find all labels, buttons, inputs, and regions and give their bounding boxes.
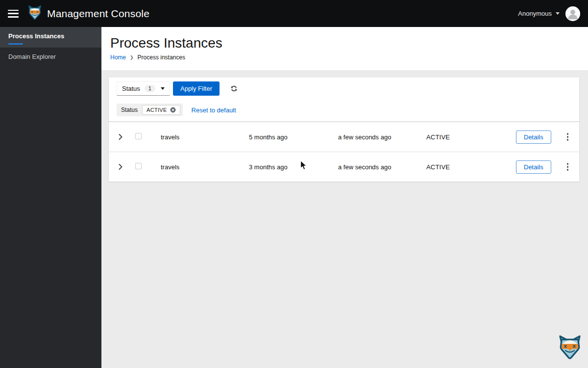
process-list-card: Status 1 Apply Filter Status (109, 78, 579, 182)
kebab-icon[interactable] (563, 161, 573, 173)
breadcrumb: Home ❯ Process instances (110, 54, 579, 61)
kogito-logo-icon (558, 335, 582, 364)
table-row: travels 5 months ago a few seconds ago A… (109, 122, 579, 152)
kebab-icon[interactable] (563, 131, 573, 143)
sidebar-item-process-instances[interactable]: Process Instances (0, 27, 101, 48)
process-name: travels (157, 163, 245, 171)
page-header: Process Instances Home ❯ Process instanc… (101, 27, 588, 70)
chevron-down-icon (161, 87, 165, 90)
details-button[interactable]: Details (516, 131, 551, 144)
sidebar-item-domain-explorer[interactable]: Domain Explorer (0, 48, 101, 65)
status-chip-group: Status ACTIVE (117, 104, 183, 116)
process-started: 5 months ago (245, 133, 334, 141)
row-select-checkbox[interactable] (135, 133, 142, 139)
sync-icon[interactable] (230, 85, 238, 92)
reset-to-default-button[interactable]: Reset to default (192, 106, 236, 114)
chip-category-label: Status (121, 106, 138, 113)
status-filter-label: Status (122, 85, 140, 92)
process-state: ACTIVE (422, 163, 512, 171)
masthead: Management Console Anonymous (0, 0, 588, 27)
app-title: Management Console (47, 8, 149, 20)
apply-filter-button[interactable]: Apply Filter (173, 81, 220, 96)
filter-count-badge: 1 (145, 85, 155, 92)
chevron-down-icon (556, 12, 560, 15)
content-area: Status 1 Apply Filter Status (101, 70, 588, 368)
breadcrumb-current: Process instances (138, 54, 185, 61)
angle-right-icon[interactable] (117, 132, 124, 142)
times-circle-icon[interactable] (170, 107, 176, 113)
chip-label: ACTIVE (147, 107, 167, 113)
status-filter-select[interactable]: Status 1 (117, 81, 170, 96)
brand: Management Console (27, 5, 149, 22)
table-row: travels 3 months ago a few seconds ago A… (109, 152, 579, 182)
user-avatar-icon[interactable] (565, 6, 580, 21)
filter-toolbar: Status 1 Apply Filter Status (109, 78, 579, 121)
main-area: Process Instances Home ❯ Process instanc… (101, 27, 588, 368)
process-started: 3 months ago (245, 163, 334, 171)
angle-right-icon[interactable] (117, 162, 124, 172)
process-name: travels (157, 133, 245, 141)
nav-item-label: Domain Explorer (8, 53, 56, 60)
nav-item-label: Process Instances (8, 32, 64, 40)
active-filter-chip: ACTIVE (142, 105, 180, 115)
process-updated: a few seconds ago (334, 163, 422, 171)
details-button[interactable]: Details (516, 160, 551, 174)
hamburger-icon[interactable] (8, 10, 19, 18)
process-state: ACTIVE (422, 133, 512, 141)
process-updated: a few seconds ago (334, 133, 422, 141)
user-menu[interactable]: Anonymous (518, 10, 560, 17)
breadcrumb-separator-icon: ❯ (130, 55, 134, 60)
page-title: Process Instances (110, 35, 579, 51)
breadcrumb-home-link[interactable]: Home (110, 54, 126, 61)
active-nav-underline (8, 43, 23, 45)
user-name: Anonymous (518, 10, 552, 17)
kogito-logo-icon (27, 5, 42, 22)
sidebar-nav: Process Instances Domain Explorer (0, 27, 101, 368)
row-select-checkbox[interactable] (135, 163, 142, 169)
